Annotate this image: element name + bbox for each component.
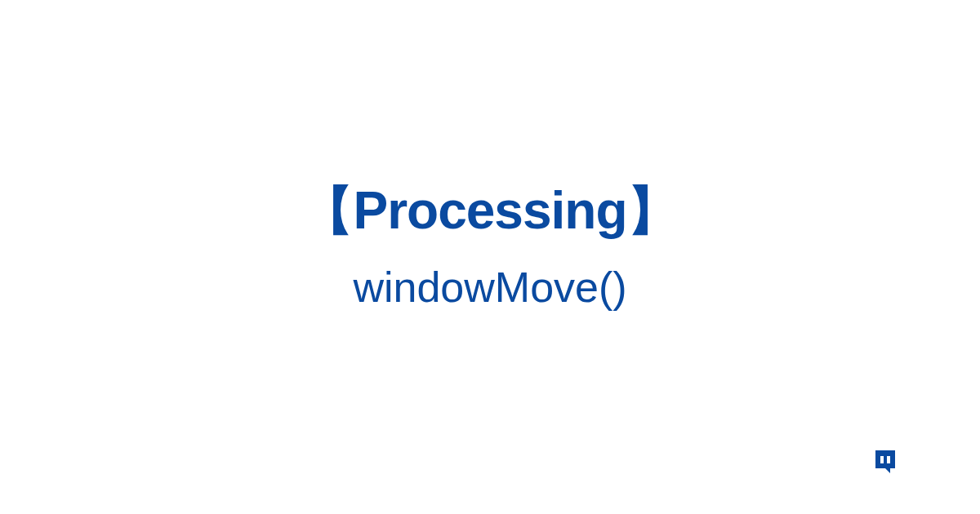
- svg-rect-0: [880, 456, 884, 463]
- svg-rect-1: [887, 456, 890, 463]
- brand-logo-icon: [874, 450, 897, 476]
- main-content: 【Processing】 windowMove(): [0, 179, 980, 312]
- page-title: 【Processing】: [0, 179, 980, 242]
- page-subtitle: windowMove(): [0, 262, 980, 312]
